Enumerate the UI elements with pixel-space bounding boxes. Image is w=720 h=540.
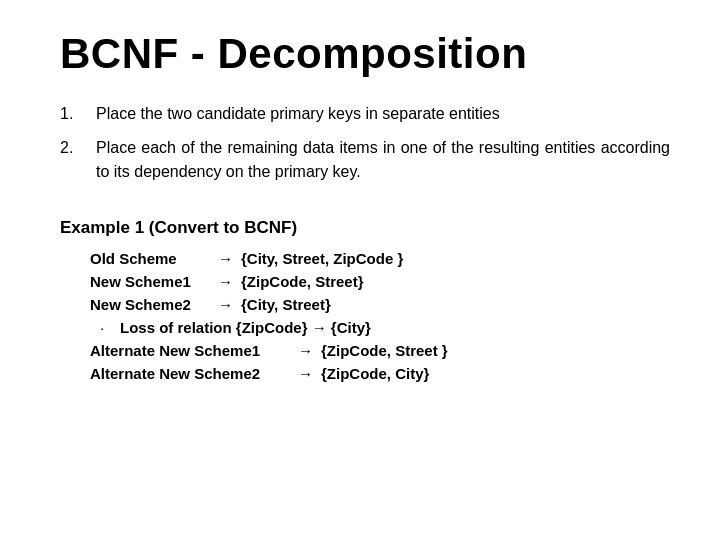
old-scheme-value: {City, Street, ZipCode } [241,250,403,267]
list-number-1: 1. [60,102,80,126]
alt-scheme1-value: {ZipCode, Street } [321,342,448,359]
page: BCNF - Decomposition 1. Place the two ca… [0,0,720,540]
alt-scheme2-arrow: → [298,365,313,382]
list-text-2: Place each of the remaining data items i… [96,136,670,184]
alt-scheme1-label: Alternate New Scheme1 [90,342,290,359]
list-item-2: 2. Place each of the remaining data item… [60,136,670,184]
old-scheme-label: Old Scheme [90,250,210,267]
old-scheme-line: Old Scheme → {City, Street, ZipCode } [90,250,670,267]
page-title: BCNF - Decomposition [60,30,670,78]
example-header: Example 1 (Convert to BCNF) [60,218,670,238]
alt-scheme1-arrow: → [298,342,313,359]
list-text-1: Place the two candidate primary keys in … [96,102,670,126]
old-scheme-arrow: → [218,250,233,267]
new-scheme1-arrow: → [218,273,233,290]
new-scheme2-label: New Scheme2 [90,296,210,313]
numbered-list: 1. Place the two candidate primary keys … [60,102,670,194]
alt-scheme2-label: Alternate New Scheme2 [90,365,290,382]
alt-scheme2-value: {ZipCode, City} [321,365,429,382]
alt-scheme1-line: Alternate New Scheme1 → {ZipCode, Street… [90,342,670,359]
new-scheme1-value: {ZipCode, Street} [241,273,364,290]
list-item-1: 1. Place the two candidate primary keys … [60,102,670,126]
new-scheme2-value: {City, Street} [241,296,331,313]
bullet-dot: · [90,319,120,336]
new-scheme2-arrow: → [218,296,233,313]
example-section: Example 1 (Convert to BCNF) Old Scheme →… [60,214,670,388]
list-number-2: 2. [60,136,80,184]
new-scheme2-line: New Scheme2 → {City, Street} [90,296,670,313]
alt-scheme2-line: Alternate New Scheme2 → {ZipCode, City} [90,365,670,382]
new-scheme1-line: New Scheme1 → {ZipCode, Street} [90,273,670,290]
example-content: Old Scheme → {City, Street, ZipCode } Ne… [60,250,670,382]
new-scheme1-label: New Scheme1 [90,273,210,290]
bullet-text: Loss of relation {ZipCode} → {City} [120,319,371,336]
bullet-section: · Loss of relation {ZipCode} → {City} [90,319,670,336]
